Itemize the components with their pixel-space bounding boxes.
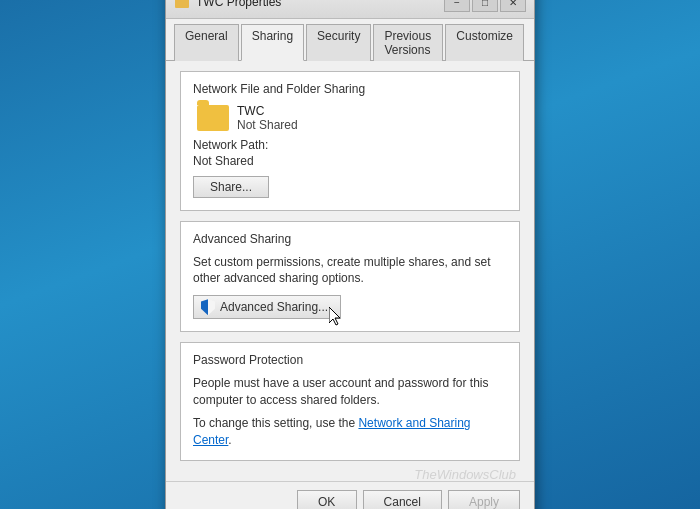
advanced-sharing-button[interactable]: Advanced Sharing... bbox=[193, 295, 341, 319]
apply-button[interactable]: Apply bbox=[448, 490, 520, 509]
properties-dialog: TWC Properties − □ ✕ General Sharing Sec… bbox=[165, 0, 535, 509]
watermark: TheWindowsClub bbox=[414, 467, 516, 482]
password-protection-description: People must have a user account and pass… bbox=[193, 375, 507, 409]
advanced-sharing-section: Advanced Sharing Set custom permissions,… bbox=[180, 221, 520, 333]
folder-icon-small bbox=[175, 0, 189, 8]
shield-icon bbox=[200, 299, 216, 315]
tab-content: Network File and Folder Sharing TWC Not … bbox=[166, 61, 534, 482]
maximize-button[interactable]: □ bbox=[472, 0, 498, 12]
password-protection-section: Password Protection People must have a u… bbox=[180, 342, 520, 461]
link-suffix: . bbox=[228, 433, 231, 447]
ok-button[interactable]: OK bbox=[297, 490, 357, 509]
title-bar-left: TWC Properties bbox=[174, 0, 281, 10]
link-prefix: To change this setting, use the bbox=[193, 416, 358, 430]
folder-status: Not Shared bbox=[237, 118, 298, 132]
share-button[interactable]: Share... bbox=[193, 176, 269, 198]
folder-name-block: TWC Not Shared bbox=[237, 104, 298, 132]
advanced-sharing-btn-wrapper: Advanced Sharing... bbox=[193, 295, 341, 319]
advanced-sharing-description: Set custom permissions, create multiple … bbox=[193, 254, 507, 288]
tab-security[interactable]: Security bbox=[306, 24, 371, 61]
minimize-button[interactable]: − bbox=[444, 0, 470, 12]
title-bar: TWC Properties − □ ✕ bbox=[166, 0, 534, 19]
close-button[interactable]: ✕ bbox=[500, 0, 526, 12]
advanced-sharing-btn-label: Advanced Sharing... bbox=[220, 300, 328, 314]
cancel-button[interactable]: Cancel bbox=[363, 490, 442, 509]
network-sharing-title: Network File and Folder Sharing bbox=[193, 82, 507, 96]
tab-bar: General Sharing Security Previous Versio… bbox=[166, 19, 534, 61]
dialog-icon bbox=[174, 0, 190, 10]
network-path-value: Not Shared bbox=[193, 154, 507, 168]
tab-sharing[interactable]: Sharing bbox=[241, 24, 304, 61]
password-link-line: To change this setting, use the Network … bbox=[193, 415, 507, 449]
title-bar-controls: − □ ✕ bbox=[444, 0, 526, 12]
dialog-title: TWC Properties bbox=[196, 0, 281, 9]
dialog-footer: OK Cancel Apply bbox=[166, 481, 534, 509]
tab-general[interactable]: General bbox=[174, 24, 239, 61]
network-sharing-section: Network File and Folder Sharing TWC Not … bbox=[180, 71, 520, 211]
tab-previous-versions[interactable]: Previous Versions bbox=[373, 24, 443, 61]
folder-icon-large bbox=[197, 105, 229, 131]
password-protection-title: Password Protection bbox=[193, 353, 507, 367]
folder-row: TWC Not Shared bbox=[193, 104, 507, 132]
folder-name: TWC bbox=[237, 104, 298, 118]
network-path-label: Network Path: bbox=[193, 138, 507, 152]
shield-shape bbox=[201, 299, 215, 315]
tab-customize[interactable]: Customize bbox=[445, 24, 524, 61]
advanced-sharing-title: Advanced Sharing bbox=[193, 232, 507, 246]
